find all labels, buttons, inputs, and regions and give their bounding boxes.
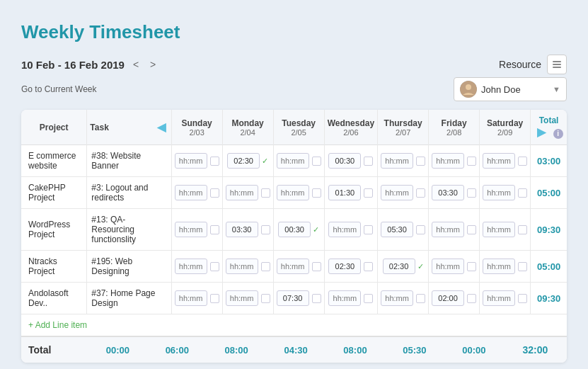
checkbox[interactable]	[416, 225, 425, 234]
time-input[interactable]	[226, 185, 258, 200]
time-input[interactable]	[432, 259, 464, 274]
checkbox[interactable]	[416, 188, 425, 198]
time-input[interactable]	[483, 290, 515, 306]
resource-icon-button[interactable]	[547, 55, 567, 74]
checkbox[interactable]	[261, 294, 270, 303]
time-cell: ✓	[378, 251, 429, 283]
time-input[interactable]	[328, 259, 361, 274]
time-input[interactable]	[381, 185, 413, 200]
next-week-button[interactable]: >	[147, 57, 158, 72]
col-header-sunday: Sunday 2/03	[171, 110, 222, 145]
table-header-row: Project Task ◀ Sunday 2/03 Monday 2/04	[21, 110, 567, 145]
row-total: 03:00	[531, 145, 567, 177]
date-nav: 10 Feb - 16 Feb 2019 < >	[21, 57, 158, 72]
checkbox[interactable]	[518, 294, 527, 303]
table-scroll-right-icon[interactable]: ▶	[534, 126, 548, 138]
checkbox[interactable]	[518, 188, 527, 198]
checkbox[interactable]	[210, 188, 219, 198]
time-input[interactable]	[175, 153, 207, 169]
checkbox[interactable]	[467, 262, 476, 271]
checkbox[interactable]	[312, 294, 321, 303]
checkbox[interactable]	[467, 188, 476, 198]
prev-week-button[interactable]: <	[130, 57, 142, 72]
time-input[interactable]	[277, 259, 309, 274]
checkbox[interactable]	[210, 262, 219, 271]
time-input[interactable]	[278, 222, 311, 237]
time-input[interactable]	[227, 153, 260, 169]
checkbox[interactable]	[364, 157, 373, 166]
checkbox[interactable]	[261, 225, 270, 234]
time-cell	[378, 209, 429, 251]
checkbox[interactable]	[467, 294, 476, 303]
current-week-link[interactable]: Go to Current Week	[21, 84, 97, 94]
checkbox[interactable]	[518, 225, 527, 234]
row-total: 05:00	[531, 177, 567, 209]
checkbox[interactable]	[312, 262, 321, 271]
time-input[interactable]	[175, 290, 207, 306]
time-input[interactable]	[432, 290, 464, 306]
time-input[interactable]	[432, 222, 464, 237]
time-input[interactable]	[328, 290, 361, 306]
checkbox[interactable]	[364, 188, 373, 198]
time-input[interactable]	[381, 222, 413, 237]
checkbox[interactable]	[210, 157, 219, 166]
total-tuesday: 08:00	[207, 336, 266, 363]
time-input[interactable]	[226, 290, 258, 306]
time-input[interactable]	[277, 185, 309, 200]
time-input[interactable]	[175, 259, 207, 274]
checkbox[interactable]	[467, 225, 476, 234]
checkbox[interactable]	[518, 262, 527, 271]
checkbox[interactable]	[364, 225, 373, 234]
avatar	[460, 81, 477, 98]
time-input[interactable]	[226, 222, 258, 237]
time-cell	[273, 283, 324, 314]
time-input[interactable]	[383, 259, 415, 274]
checkbox[interactable]	[416, 294, 425, 303]
table-row: WordPress Project#13: QA-Resourcing func…	[21, 209, 567, 251]
checkbox[interactable]	[364, 294, 373, 303]
checkbox[interactable]	[364, 262, 373, 271]
checkbox[interactable]	[312, 188, 321, 198]
header-row: 10 Feb - 16 Feb 2019 < > Resource	[21, 55, 567, 74]
checkbox[interactable]	[467, 157, 476, 166]
time-input[interactable]	[483, 222, 515, 237]
table-row: Ntracks Project#195: Web Designing✓05:00	[21, 251, 567, 283]
user-select-dropdown[interactable]: John Doe ▼	[454, 77, 567, 101]
time-input[interactable]	[277, 153, 309, 169]
add-line-item-button[interactable]: + Add Line item	[21, 314, 567, 336]
time-input[interactable]	[381, 290, 413, 306]
time-input[interactable]	[328, 222, 361, 237]
time-input[interactable]	[175, 185, 207, 200]
time-cell	[222, 177, 273, 209]
time-input[interactable]	[277, 290, 309, 306]
chevron-down-icon: ▼	[553, 85, 560, 93]
table-row: Andolasoft Dev..#37: Home Page Design09:…	[21, 283, 567, 314]
time-input[interactable]	[483, 153, 515, 169]
checkbox[interactable]	[261, 262, 270, 271]
checkbox[interactable]	[312, 157, 321, 166]
time-input[interactable]	[328, 185, 361, 200]
checkbox[interactable]	[210, 225, 219, 234]
checkbox[interactable]	[518, 157, 527, 166]
time-input[interactable]	[226, 259, 258, 274]
total-row-label: Total	[21, 336, 88, 363]
task-col-label: Task	[90, 123, 108, 132]
time-cell	[378, 177, 429, 209]
svg-rect-1	[553, 64, 561, 65]
time-cell	[429, 209, 480, 251]
time-input[interactable]	[483, 185, 515, 200]
time-input[interactable]	[381, 153, 413, 169]
row-total: 09:30	[531, 283, 567, 314]
time-cell	[324, 145, 377, 177]
info-icon[interactable]: i	[553, 129, 563, 139]
checkbox[interactable]	[416, 157, 425, 166]
time-input[interactable]	[432, 153, 464, 169]
time-input[interactable]	[175, 222, 207, 237]
time-input[interactable]	[432, 185, 464, 200]
time-input[interactable]	[328, 153, 361, 169]
table-scroll-left-icon[interactable]: ◀	[154, 120, 168, 134]
time-cell	[324, 177, 377, 209]
time-input[interactable]	[483, 259, 515, 274]
checkbox[interactable]	[261, 188, 270, 198]
checkbox[interactable]	[210, 294, 219, 303]
